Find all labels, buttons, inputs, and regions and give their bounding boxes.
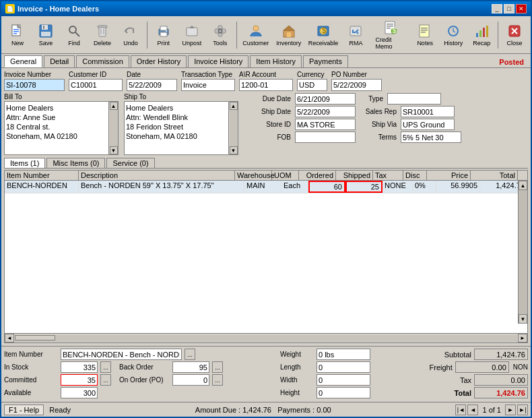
available-input[interactable] [61,387,98,398]
tab-general[interactable]: General [4,55,42,67]
ship-to-scroll-down[interactable]: ▼ [230,146,238,154]
ship-via-input[interactable] [401,119,455,130]
undo-button[interactable]: Undo [117,21,144,49]
recap-button[interactable]: Recap [468,21,495,49]
weight-input[interactable] [317,349,370,360]
svg-rect-29 [287,32,291,37]
due-date-input[interactable] [295,93,356,104]
date-input[interactable] [127,79,177,91]
invoice-number-input[interactable] [4,79,65,91]
fob-input[interactable] [295,131,356,143]
ship-to-scroll-up[interactable]: ▲ [230,102,238,110]
sales-rep-input[interactable] [401,106,455,117]
ship-to-scrollbar[interactable]: ▲ ▼ [228,102,238,154]
item-number-bot-input[interactable] [61,349,182,360]
new-button[interactable]: New [4,21,31,49]
nav-last[interactable]: ►| [517,405,528,415]
svg-rect-43 [421,32,426,33]
table-hscroll[interactable]: ◄ ► [5,333,527,342]
inventory-button[interactable]: Inventory [273,21,304,49]
store-id-input[interactable] [295,119,356,130]
weight-label: Weight [280,351,314,358]
type-input[interactable] [387,93,441,104]
in-stock-ellipsis[interactable]: ... [100,361,111,373]
hscroll-right[interactable]: ► [518,334,527,342]
subtab-items[interactable]: Items (1) [4,158,45,168]
subtotal-value[interactable] [474,349,528,360]
ship-date-input[interactable] [295,106,356,117]
notes-label: Notes [417,40,433,47]
height-input[interactable] [317,387,370,398]
transaction-type-label: Transaction Type [181,71,235,78]
subtab-misc[interactable]: Misc Items (0) [46,158,105,168]
back-order-input[interactable] [172,361,209,373]
terms-input[interactable] [401,131,461,143]
invoice-number-label: Invoice Number [4,71,65,78]
hscroll-thumb[interactable] [15,335,55,340]
customer-id-input[interactable] [69,79,123,91]
currency-input[interactable] [297,79,327,91]
help-text[interactable]: F1 - Help [4,405,44,415]
tax-value[interactable] [474,374,528,386]
nav-next[interactable]: ► [505,405,516,415]
bill-to-scroll-down[interactable]: ▼ [110,146,118,154]
in-stock-input[interactable] [61,361,98,373]
save-button[interactable]: Save [32,21,59,49]
ar-account-input[interactable] [239,79,293,91]
customer-button[interactable]: Customer [240,21,272,49]
delete-button[interactable]: Delete [89,21,116,49]
vscroll-up[interactable]: ▲ [519,181,527,190]
freight-value[interactable] [455,361,509,373]
find-button[interactable]: Find [61,21,88,49]
maximize-button[interactable]: □ [504,4,514,13]
tab-commission[interactable]: Commission [76,55,129,67]
ship-date-label: Ship Date [244,108,291,115]
bill-to-line1: Home Dealers [6,103,107,113]
notes-button[interactable]: Notes [411,21,438,49]
committed-ellipsis[interactable]: ... [100,374,111,386]
history-button[interactable]: History [440,21,467,49]
width-input[interactable] [317,374,370,386]
th-warehouse: Warehouse [235,171,272,180]
bill-to-scroll-up[interactable]: ▲ [110,102,118,110]
nav-first[interactable]: |◄ [455,405,466,415]
svg-rect-45 [476,33,478,37]
on-order-input[interactable] [172,374,209,386]
transaction-type-input[interactable] [181,79,235,91]
back-order-ellipsis[interactable]: ... [212,361,223,373]
unpost-button[interactable]: Unpost [178,21,205,49]
close-icon [506,23,523,39]
item-number-ellipsis[interactable]: ... [185,349,195,360]
customer-icon [248,23,264,39]
close-window-button[interactable]: ✕ [516,4,527,13]
bill-to-scrollbar[interactable]: ▲ ▼ [108,102,118,154]
print-button[interactable]: Print [150,21,177,49]
subtab-service[interactable]: Service (0) [106,158,154,168]
tab-detail[interactable]: Detail [44,55,75,67]
table-row[interactable]: BENCH-NORDEN Bench - NORDEN 59" X 13.75"… [5,181,527,193]
grand-total-value[interactable] [474,387,528,398]
credit-memo-button[interactable]: $ Credit Memo [370,18,410,52]
length-input[interactable] [317,361,370,373]
nav-prev[interactable]: ◄ [467,405,478,415]
tab-payments[interactable]: Payments [303,55,348,67]
tab-order-history[interactable]: Order History [131,55,187,67]
close-button[interactable]: Close [501,21,528,49]
bill-to-line2: Attn: Anne Sue [6,113,107,122]
svg-rect-33 [350,26,361,36]
th-uom: UOM [272,171,299,180]
tools-button[interactable]: Tools [207,21,234,49]
receivable-button[interactable]: $ Receivable [306,21,341,49]
vscroll-down[interactable]: ▼ [519,314,527,324]
minimize-button[interactable]: _ [492,4,502,13]
committed-input[interactable] [61,374,98,386]
table-vscroll[interactable]: ▲ ▼ [518,181,527,324]
tab-invoice-history[interactable]: Invoice History [188,55,248,67]
amount-due-text: Amount Due : 1,424.76 Payments : 0.00 [73,406,453,414]
tab-item-history[interactable]: Item History [250,55,302,67]
rma-button[interactable]: RMA [342,21,369,49]
svg-point-9 [69,26,76,33]
hscroll-left[interactable]: ◄ [5,334,14,342]
po-number-input[interactable] [331,79,382,91]
on-order-ellipsis[interactable]: ... [212,374,223,386]
